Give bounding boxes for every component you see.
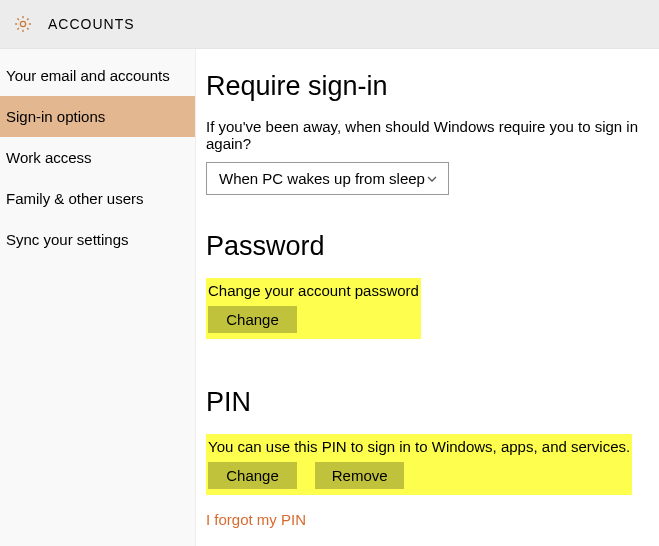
svg-point-0 xyxy=(20,21,25,26)
pin-title: PIN xyxy=(206,387,655,418)
require-signin-desc: If you've been away, when should Windows… xyxy=(206,118,655,152)
sidebar: Your email and accounts Sign-in options … xyxy=(0,49,196,546)
content-area: Require sign-in If you've been away, whe… xyxy=(196,49,659,546)
password-highlight: Change your account password Change xyxy=(206,278,421,339)
header-bar: ACCOUNTS xyxy=(0,0,659,49)
sidebar-item-sync-settings[interactable]: Sync your settings xyxy=(0,219,195,260)
require-signin-title: Require sign-in xyxy=(206,71,655,102)
pin-desc: You can use this PIN to sign in to Windo… xyxy=(206,434,632,460)
pin-highlight: You can use this PIN to sign in to Windo… xyxy=(206,434,632,495)
sidebar-item-signin-options[interactable]: Sign-in options xyxy=(0,96,195,137)
pin-remove-button[interactable]: Remove xyxy=(315,462,404,489)
dropdown-value: When PC wakes up from sleep xyxy=(219,170,425,187)
forgot-pin-link[interactable]: I forgot my PIN xyxy=(206,511,306,528)
sidebar-item-email-accounts[interactable]: Your email and accounts xyxy=(0,55,195,96)
password-title: Password xyxy=(206,231,655,262)
sidebar-item-work-access[interactable]: Work access xyxy=(0,137,195,178)
password-change-button[interactable]: Change xyxy=(208,306,297,333)
chevron-down-icon xyxy=(426,173,438,185)
password-desc: Change your account password xyxy=(206,278,421,304)
require-signin-dropdown[interactable]: When PC wakes up from sleep xyxy=(206,162,449,195)
gear-icon xyxy=(12,13,34,35)
page-title: ACCOUNTS xyxy=(48,16,135,32)
sidebar-item-family-users[interactable]: Family & other users xyxy=(0,178,195,219)
pin-change-button[interactable]: Change xyxy=(208,462,297,489)
